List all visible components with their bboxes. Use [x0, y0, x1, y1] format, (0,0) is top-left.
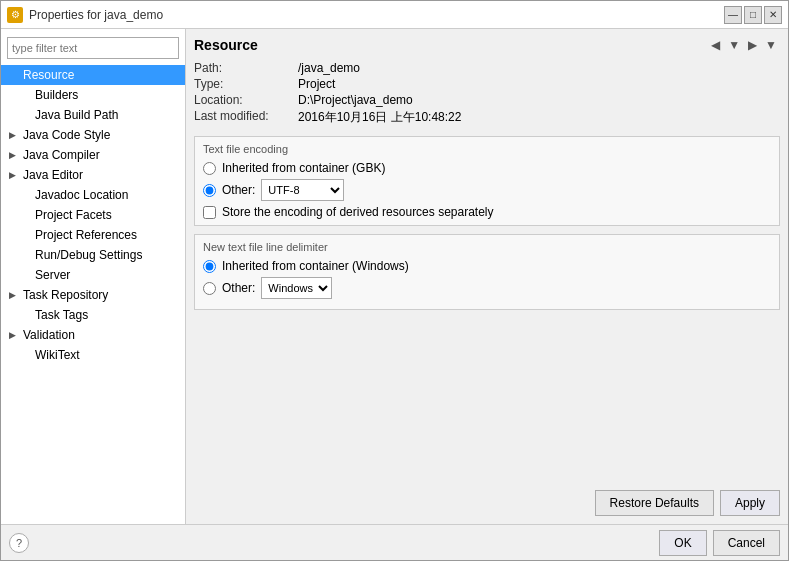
title-bar: ⚙ Properties for java_demo — □ ✕	[1, 1, 788, 29]
sidebar-item-label: Server	[35, 268, 70, 282]
sidebar-item-label: Task Tags	[35, 308, 88, 322]
other-delimiter-radio[interactable]	[203, 282, 216, 295]
inherited-encoding-label: Inherited from container (GBK)	[222, 161, 385, 175]
search-box	[7, 37, 179, 59]
location-label: Location:	[194, 93, 294, 107]
inherited-encoding-radio[interactable]	[203, 162, 216, 175]
close-button[interactable]: ✕	[764, 6, 782, 24]
sidebar-item-project-references[interactable]: Project References	[1, 225, 185, 245]
store-encoding-row: Store the encoding of derived resources …	[203, 205, 771, 219]
sidebar-item-label: WikiText	[35, 348, 80, 362]
sidebar-item-project-facets[interactable]: Project Facets	[1, 205, 185, 225]
window-controls: — □ ✕	[724, 6, 782, 24]
sidebar-item-label: Task Repository	[23, 288, 108, 302]
line-delimiter-section: New text file line delimiter Inherited f…	[194, 234, 780, 310]
inherited-delimiter-radio[interactable]	[203, 260, 216, 273]
sidebar-item-builders[interactable]: Builders	[1, 85, 185, 105]
sidebar-item-label: Java Build Path	[35, 108, 118, 122]
ok-button[interactable]: OK	[659, 530, 706, 556]
restore-defaults-button[interactable]: Restore Defaults	[595, 490, 714, 516]
location-value: D:\Project\java_demo	[298, 93, 780, 107]
nav-arrows: ◀ ▼ ▶ ▼	[708, 37, 780, 53]
store-encoding-checkbox[interactable]	[203, 206, 216, 219]
encoding-select[interactable]: UTF-8GBKISO-8859-1US-ASCII	[261, 179, 344, 201]
line-delimiter-title: New text file line delimiter	[203, 241, 771, 253]
sidebar-item-java-build-path[interactable]: Java Build Path	[1, 105, 185, 125]
sidebar-item-label: Resource	[23, 68, 74, 82]
properties-window: ⚙ Properties for java_demo — □ ✕ Resourc…	[0, 0, 789, 561]
bottom-actions: Restore Defaults Apply	[194, 486, 780, 516]
path-label: Path:	[194, 61, 294, 75]
path-value: /java_demo	[298, 61, 780, 75]
other-encoding-row: Other: UTF-8GBKISO-8859-1US-ASCII	[203, 179, 771, 201]
sidebar: ResourceBuildersJava Build Path▶Java Cod…	[1, 29, 186, 524]
expand-arrow-icon: ▶	[9, 130, 19, 140]
other-encoding-label: Other:	[222, 183, 255, 197]
sidebar-item-label: Java Code Style	[23, 128, 110, 142]
last-modified-label: Last modified:	[194, 109, 294, 126]
sidebar-item-label: Builders	[35, 88, 78, 102]
sidebar-item-java-editor[interactable]: ▶Java Editor	[1, 165, 185, 185]
arrow-dropdown[interactable]: ▼	[725, 37, 743, 53]
back-button[interactable]: ◀	[708, 37, 723, 53]
forward-button[interactable]: ▶	[745, 37, 760, 53]
expand-arrow-icon: ▶	[9, 290, 19, 300]
type-label: Type:	[194, 77, 294, 91]
sidebar-item-wikitext[interactable]: WikiText	[1, 345, 185, 365]
inherited-delimiter-label: Inherited from container (Windows)	[222, 259, 409, 273]
other-delimiter-row: Other: WindowsUnixMac	[203, 277, 771, 299]
minimize-button[interactable]: —	[724, 6, 742, 24]
sidebar-item-validation[interactable]: ▶Validation	[1, 325, 185, 345]
sidebar-item-label: Validation	[23, 328, 75, 342]
inherited-delimiter-row: Inherited from container (Windows)	[203, 259, 771, 273]
search-input[interactable]	[7, 37, 179, 59]
sidebar-item-label: Project References	[35, 228, 137, 242]
panel-header: Resource ◀ ▼ ▶ ▼	[194, 37, 780, 53]
type-value: Project	[298, 77, 780, 91]
sidebar-item-java-compiler[interactable]: ▶Java Compiler	[1, 145, 185, 165]
apply-button[interactable]: Apply	[720, 490, 780, 516]
sidebar-item-label: Java Editor	[23, 168, 83, 182]
expand-arrow-icon: ▶	[9, 150, 19, 160]
cancel-button[interactable]: Cancel	[713, 530, 780, 556]
footer-left: ?	[9, 533, 29, 553]
help-icon[interactable]: ?	[9, 533, 29, 553]
info-grid: Path: /java_demo Type: Project Location:…	[194, 61, 780, 126]
maximize-button[interactable]: □	[744, 6, 762, 24]
sidebar-item-javadoc-location[interactable]: Javadoc Location	[1, 185, 185, 205]
sidebar-item-label: Run/Debug Settings	[35, 248, 142, 262]
footer-right: OK Cancel	[659, 530, 780, 556]
title-bar-left: ⚙ Properties for java_demo	[7, 7, 163, 23]
app-icon: ⚙	[7, 7, 23, 23]
sidebar-item-server[interactable]: Server	[1, 265, 185, 285]
sidebar-item-java-code-style[interactable]: ▶Java Code Style	[1, 125, 185, 145]
text-encoding-title: Text file encoding	[203, 143, 771, 155]
text-encoding-section: Text file encoding Inherited from contai…	[194, 136, 780, 226]
sidebar-item-label: Javadoc Location	[35, 188, 128, 202]
sidebar-item-resource[interactable]: Resource	[1, 65, 185, 85]
content-area: ResourceBuildersJava Build Path▶Java Cod…	[1, 29, 788, 524]
other-encoding-radio[interactable]	[203, 184, 216, 197]
sidebar-item-label: Project Facets	[35, 208, 112, 222]
nav-list: ResourceBuildersJava Build Path▶Java Cod…	[1, 65, 185, 520]
window-title: Properties for java_demo	[29, 8, 163, 22]
sidebar-item-task-tags[interactable]: Task Tags	[1, 305, 185, 325]
other-delimiter-label: Other:	[222, 281, 255, 295]
expand-arrow-icon: ▶	[9, 330, 19, 340]
panel-title: Resource	[194, 37, 258, 53]
footer: ? OK Cancel	[1, 524, 788, 560]
delimiter-select[interactable]: WindowsUnixMac	[261, 277, 332, 299]
sidebar-item-label: Java Compiler	[23, 148, 100, 162]
inherited-encoding-row: Inherited from container (GBK)	[203, 161, 771, 175]
expand-arrow-icon: ▶	[9, 170, 19, 180]
last-modified-value: 2016年10月16日 上午10:48:22	[298, 109, 780, 126]
sidebar-item-task-repository[interactable]: ▶Task Repository	[1, 285, 185, 305]
main-panel: Resource ◀ ▼ ▶ ▼ Path: /java_demo Type: …	[186, 29, 788, 524]
forward-dropdown[interactable]: ▼	[762, 37, 780, 53]
store-encoding-label: Store the encoding of derived resources …	[222, 205, 494, 219]
sidebar-item-run-debug-settings[interactable]: Run/Debug Settings	[1, 245, 185, 265]
